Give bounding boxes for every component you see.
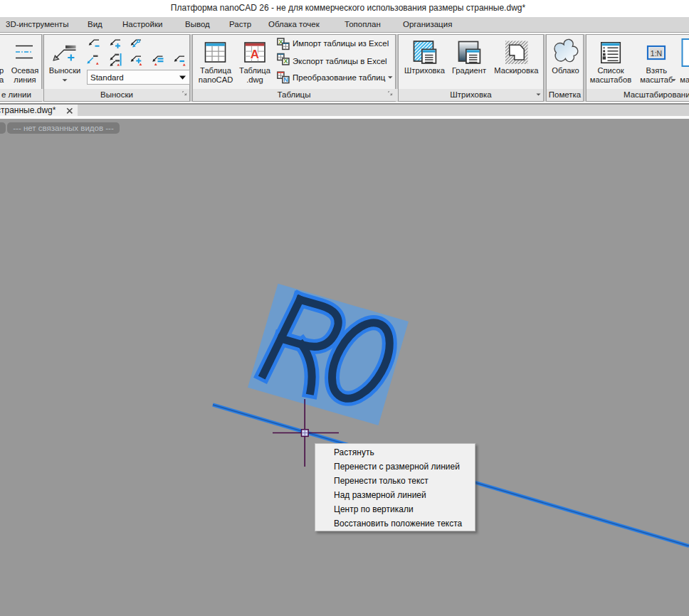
svg-text:A: A — [251, 48, 259, 61]
svg-text:N: N — [283, 76, 288, 83]
svg-text:1:N: 1:N — [651, 49, 662, 58]
